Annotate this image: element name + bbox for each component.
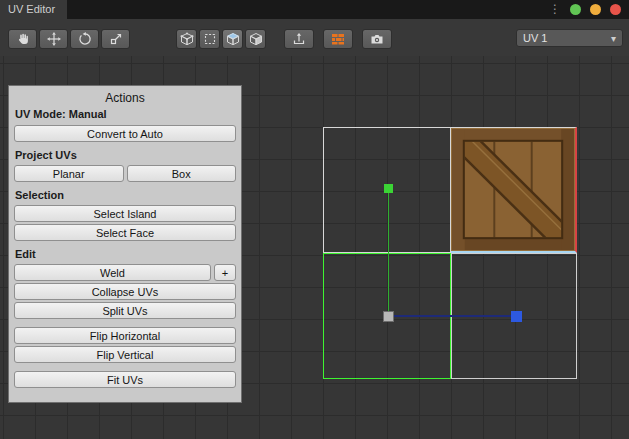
window-control-red[interactable] <box>610 4 621 15</box>
convert-to-auto-button[interactable]: Convert to Auto <box>14 125 236 142</box>
actions-panel: Actions UV Mode: Manual Convert to Auto … <box>8 85 242 403</box>
project-uvs-row: Planar Box <box>14 165 236 182</box>
flip-vertical-button[interactable]: Flip Vertical <box>14 346 236 363</box>
weld-button[interactable]: Weld <box>14 264 211 281</box>
gizmo-center-handle[interactable] <box>383 311 394 322</box>
weld-settings-button[interactable]: + <box>214 264 236 281</box>
uv-face-top-right[interactable] <box>451 127 577 253</box>
edge-mode-button[interactable] <box>199 29 220 49</box>
gizmo-y-axis <box>388 188 389 316</box>
panel-title: Actions <box>9 86 241 108</box>
export-uv-button[interactable] <box>284 29 314 49</box>
texture-bricks-icon <box>331 32 345 46</box>
uv-channel-value: UV 1 <box>523 32 547 44</box>
gizmo-x-axis <box>389 315 516 317</box>
split-uvs-button[interactable]: Split UVs <box>14 302 236 319</box>
flip-horizontal-button[interactable]: Flip Horizontal <box>14 327 236 344</box>
window-control-yellow[interactable] <box>590 4 601 15</box>
camera-icon <box>370 32 384 46</box>
tab-uv-editor[interactable]: UV Editor <box>0 0 67 19</box>
pan-hand-icon <box>16 32 30 46</box>
island-mode-button[interactable] <box>245 29 266 49</box>
dashed-rect-icon <box>203 32 217 46</box>
titlebar-controls: ⋮ <box>549 0 621 19</box>
selection-label: Selection <box>9 184 241 203</box>
rotate-icon <box>78 32 92 46</box>
screenshot-button[interactable] <box>362 29 392 49</box>
select-island-button[interactable]: Select Island <box>14 205 236 222</box>
kebab-menu-icon[interactable]: ⋮ <box>549 0 561 19</box>
texture-preview-button[interactable] <box>323 29 353 49</box>
move-tool-button[interactable] <box>39 29 68 49</box>
titlebar: UV Editor ⋮ <box>0 0 629 19</box>
planar-button[interactable]: Planar <box>14 165 124 182</box>
rotate-tool-button[interactable] <box>70 29 99 49</box>
toolbar: UV 1 ▾ <box>0 19 629 56</box>
uv-mode-label: UV Mode: Manual <box>9 108 241 123</box>
weld-row: Weld + <box>14 264 236 281</box>
project-uvs-label: Project UVs <box>9 144 241 163</box>
fit-uvs-button[interactable]: Fit UVs <box>14 371 236 388</box>
vertex-mode-button[interactable] <box>176 29 197 49</box>
uv-channel-dropdown[interactable]: UV 1 ▾ <box>516 29 623 47</box>
scale-tool-button[interactable] <box>101 29 130 49</box>
box-button[interactable]: Box <box>127 165 237 182</box>
collapse-uvs-button[interactable]: Collapse UVs <box>14 283 236 300</box>
face-mode-button[interactable] <box>222 29 243 49</box>
export-uv-icon <box>292 32 306 46</box>
tool-group-navigation <box>8 29 130 49</box>
select-face-button[interactable]: Select Face <box>14 224 236 241</box>
face-cube-icon <box>226 32 240 46</box>
island-cube-icon <box>249 32 263 46</box>
gizmo-y-handle[interactable] <box>384 184 393 193</box>
gizmo-x-handle[interactable] <box>511 311 522 322</box>
vertex-cube-icon <box>180 32 194 46</box>
pan-tool-button[interactable] <box>8 29 37 49</box>
chevron-down-icon: ▾ <box>611 33 616 44</box>
scale-icon <box>109 32 123 46</box>
window-control-green[interactable] <box>570 4 581 15</box>
edit-label: Edit <box>9 243 241 262</box>
crate-texture <box>451 128 575 251</box>
uv-editor-window: UV Editor ⋮ <box>0 0 629 439</box>
tool-group-actions <box>284 29 392 49</box>
move-icon <box>47 32 61 46</box>
tool-group-selection-mode <box>176 29 266 49</box>
